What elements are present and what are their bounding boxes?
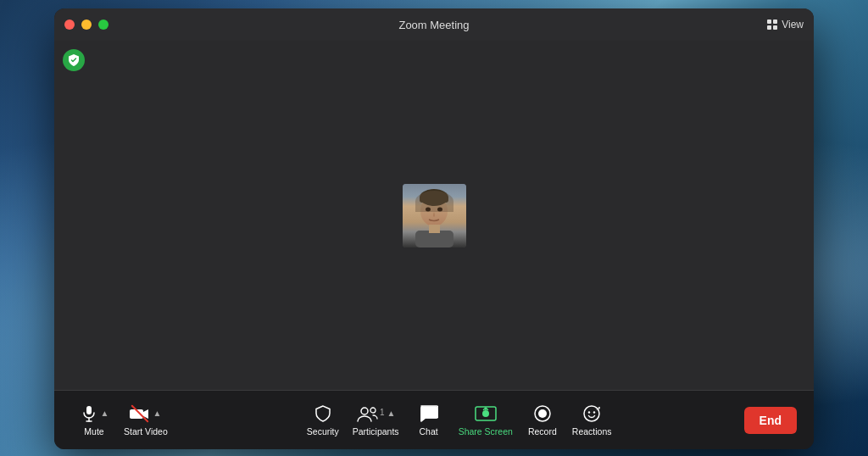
chat-label: Chat bbox=[420, 426, 438, 437]
participant-video bbox=[403, 184, 466, 247]
face-svg bbox=[403, 184, 466, 247]
traffic-lights bbox=[64, 19, 108, 30]
svg-point-23 bbox=[593, 411, 595, 413]
security-button[interactable]: Security bbox=[300, 404, 346, 437]
share-screen-icon bbox=[475, 404, 497, 423]
svg-point-24 bbox=[598, 407, 600, 409]
video-chevron-icon[interactable]: ▲ bbox=[153, 409, 161, 418]
close-button[interactable] bbox=[64, 19, 75, 30]
participants-button[interactable]: 1 ▲ Participants bbox=[346, 404, 406, 437]
participants-count: 1 bbox=[380, 409, 385, 417]
svg-rect-12 bbox=[86, 406, 92, 414]
maximize-button[interactable] bbox=[98, 19, 108, 30]
start-video-button[interactable]: ▲ Start Video bbox=[117, 404, 175, 437]
shield-check-icon bbox=[68, 53, 80, 67]
participants-chevron-icon[interactable]: ▲ bbox=[387, 409, 396, 418]
chat-button[interactable]: Chat bbox=[406, 404, 452, 437]
start-video-label: Start Video bbox=[124, 426, 168, 437]
record-button[interactable]: Record bbox=[520, 404, 565, 437]
svg-rect-0 bbox=[767, 19, 771, 24]
svg-point-22 bbox=[588, 411, 590, 413]
video-area bbox=[54, 41, 814, 390]
video-off-wrapper bbox=[130, 404, 150, 423]
svg-rect-2 bbox=[767, 25, 771, 30]
share-screen-button[interactable]: Share Screen bbox=[452, 404, 520, 437]
title-bar: Zoom Meeting View bbox=[54, 8, 814, 41]
share-screen-label: Share Screen bbox=[459, 426, 513, 437]
mute-button[interactable]: ▲ Mute bbox=[71, 404, 117, 437]
view-button[interactable]: View bbox=[766, 19, 804, 31]
svg-rect-7 bbox=[420, 196, 448, 203]
reactions-label: Reactions bbox=[572, 426, 612, 437]
svg-point-20 bbox=[538, 409, 547, 418]
window-title: Zoom Meeting bbox=[398, 19, 469, 31]
svg-point-6 bbox=[420, 189, 448, 206]
zoom-window: Zoom Meeting View bbox=[54, 8, 814, 449]
svg-point-15 bbox=[361, 408, 368, 414]
view-label: View bbox=[782, 19, 804, 31]
participants-label: Participants bbox=[353, 426, 399, 437]
participants-icon bbox=[356, 404, 378, 423]
svg-rect-3 bbox=[773, 25, 777, 30]
toolbar: ▲ Mute ▲ Start Video bbox=[54, 390, 814, 449]
security-badge bbox=[63, 49, 85, 71]
record-label: Record bbox=[528, 426, 557, 437]
view-grid-icon bbox=[766, 19, 778, 31]
minimize-button[interactable] bbox=[81, 19, 92, 30]
mic-icon bbox=[80, 404, 98, 423]
svg-rect-1 bbox=[773, 19, 777, 24]
svg-point-18 bbox=[482, 410, 489, 417]
end-button[interactable]: End bbox=[744, 407, 797, 434]
svg-point-16 bbox=[370, 408, 376, 413]
svg-point-5 bbox=[420, 196, 448, 226]
security-shield-icon bbox=[314, 404, 332, 423]
svg-rect-11 bbox=[429, 225, 440, 233]
participant-face bbox=[403, 184, 466, 247]
svg-point-8 bbox=[426, 207, 431, 211]
record-icon bbox=[533, 404, 552, 423]
svg-point-9 bbox=[437, 207, 442, 211]
mute-chevron-icon[interactable]: ▲ bbox=[101, 409, 109, 418]
svg-point-21 bbox=[584, 406, 599, 421]
mute-label: Mute bbox=[84, 426, 103, 437]
reactions-emoji-icon bbox=[582, 404, 601, 423]
security-label: Security bbox=[307, 426, 339, 437]
chat-bubble-icon bbox=[420, 404, 438, 423]
reactions-button[interactable]: Reactions bbox=[565, 404, 619, 437]
